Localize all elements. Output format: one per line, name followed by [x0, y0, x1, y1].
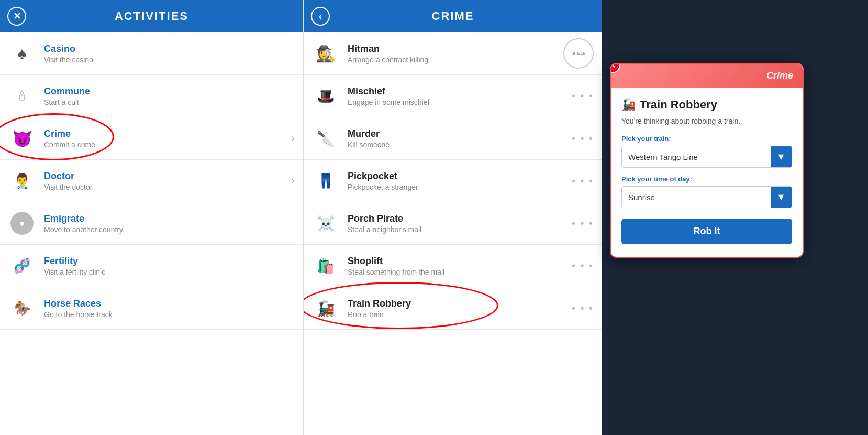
crime-arrow-icon: ›: [291, 132, 295, 145]
modal-body: 🚂 Train Robbery You're thinking about ro…: [611, 88, 803, 257]
crime-list: 🕵 Hitman Arrange a contract killing BITI…: [304, 32, 602, 435]
pickpocket-dots-icon: • • •: [572, 175, 594, 187]
crime-hitman-name: Hitman: [348, 44, 428, 55]
bitizen-badge: BITIZEN: [563, 38, 594, 69]
shopping-bag-icon: 🛍️: [312, 252, 339, 279]
crime-shoplift-name: Shoplift: [348, 256, 444, 267]
crime-mischief-desc: Engage in some mischief: [348, 98, 429, 106]
activity-commune-desc: Start a cult: [44, 98, 90, 106]
crime-porch-pirate-name: Porch Pirate: [348, 213, 421, 224]
spade-icon: ♠: [8, 40, 36, 67]
modal-train-dropdown-arrow[interactable]: ▼: [771, 146, 792, 167]
modal-train-value: Western Tango Line: [622, 147, 771, 167]
activity-casino-desc: Visit the casino: [44, 56, 93, 64]
crime-mischief-name: Mischief: [348, 86, 429, 97]
crime-item-porch-pirate[interactable]: ☠️ Porch Pirate Steal a neighbor's mail …: [304, 202, 602, 245]
emigrate-icon: ●: [8, 210, 36, 237]
train-robbery-modal: ✕ Crime 🚂 Train Robbery You're thinking …: [610, 63, 804, 258]
activities-panel: ✕ ACTIVITIES ♠ Casino Visit the casino 🕯…: [0, 0, 304, 435]
crime-murder-name: Murder: [348, 128, 390, 139]
activity-item-commune[interactable]: 🕯 Commune Start a cult: [0, 75, 303, 117]
modal-train-select[interactable]: Western Tango Line ▼: [621, 146, 792, 168]
candle-icon: 🕯: [8, 82, 36, 110]
activity-horse-races-desc: Go to the horse track: [44, 310, 113, 319]
activity-item-doctor[interactable]: 👨‍⚕️ Doctor Visit the doctor ›: [0, 160, 303, 202]
crime-item-train-robbery[interactable]: 🚂 Train Robbery Rob a train • • •: [304, 287, 602, 330]
activity-doctor-name: Doctor: [44, 171, 92, 182]
rob-it-button[interactable]: Rob it: [621, 219, 792, 244]
doctor-icon: 👨‍⚕️: [8, 167, 36, 194]
activity-fertility-name: Fertility: [44, 256, 105, 267]
mischief-dots-icon: • • •: [572, 90, 594, 102]
devil-icon: 😈: [8, 125, 36, 152]
activities-header: ✕ ACTIVITIES: [0, 0, 303, 32]
train-icon: 🚂: [312, 295, 339, 322]
activity-fertility-desc: Visit a fertility clinic: [44, 268, 105, 276]
crime-header: ‹ CRIME: [304, 0, 602, 32]
modal-title: 🚂 Train Robbery: [621, 98, 792, 112]
modal-header-label: Crime: [766, 70, 793, 81]
doctor-arrow-icon: ›: [291, 174, 295, 188]
crime-item-hitman[interactable]: 🕵 Hitman Arrange a contract killing BITI…: [304, 32, 602, 75]
activity-commune-name: Commune: [44, 86, 90, 97]
modal-time-dropdown-arrow[interactable]: ▼: [771, 187, 792, 208]
skull-icon: ☠️: [312, 210, 339, 237]
mischief-icon: 🎩: [312, 82, 339, 110]
activities-close-button[interactable]: ✕: [7, 7, 26, 26]
horse-icon: 🏇: [8, 295, 36, 322]
modal-time-label: Pick your time of day:: [621, 175, 792, 183]
jeans-icon: 👖: [312, 167, 339, 194]
crime-back-button[interactable]: ‹: [311, 7, 330, 26]
crime-shoplift-desc: Steal something from the mall: [348, 268, 444, 276]
activity-horse-races-name: Horse Races: [44, 298, 113, 309]
murder-dots-icon: • • •: [572, 133, 594, 145]
knife-icon: 🔪: [312, 125, 339, 152]
crime-train-robbery-name: Train Robbery: [348, 298, 411, 309]
modal-time-select[interactable]: Sunrise ▼: [621, 186, 792, 208]
modal-header: Crime: [611, 64, 803, 88]
activity-casino-name: Casino: [44, 44, 93, 55]
modal-time-value: Sunrise: [622, 188, 771, 207]
crime-title: CRIME: [432, 9, 474, 23]
activity-item-horse-races[interactable]: 🏇 Horse Races Go to the horse track: [0, 287, 303, 330]
activity-item-fertility[interactable]: 🧬 Fertility Visit a fertility clinic: [0, 245, 303, 287]
activity-doctor-desc: Visit the doctor: [44, 183, 92, 191]
activity-crime-desc: Commit a crime: [44, 140, 95, 149]
crime-item-pickpocket[interactable]: 👖 Pickpocket Pickpocket a stranger • • •: [304, 160, 602, 202]
modal-train-icon: 🚂: [621, 98, 636, 112]
activity-emigrate-desc: Move to another country: [44, 225, 123, 234]
activity-emigrate-name: Emigrate: [44, 213, 123, 224]
activities-list: ♠ Casino Visit the casino 🕯 Commune Star…: [0, 32, 303, 435]
activities-title: ACTIVITIES: [115, 9, 188, 23]
train-robbery-dots-icon: • • •: [572, 302, 594, 314]
crime-porch-pirate-desc: Steal a neighbor's mail: [348, 225, 421, 234]
modal-description: You're thinking about robbing a train.: [621, 117, 792, 125]
crime-item-shoplift[interactable]: 🛍️ Shoplift Steal something from the mal…: [304, 245, 602, 287]
crime-hitman-desc: Arrange a contract killing: [348, 56, 428, 64]
activity-item-emigrate[interactable]: ● Emigrate Move to another country: [0, 202, 303, 245]
crime-item-mischief[interactable]: 🎩 Mischief Engage in some mischief • • •: [304, 75, 602, 117]
crime-item-murder[interactable]: 🔪 Murder Kill someone • • •: [304, 117, 602, 160]
activity-item-crime[interactable]: 😈 Crime Commit a crime ›: [0, 117, 303, 160]
activity-crime-name: Crime: [44, 128, 95, 139]
activity-item-casino[interactable]: ♠ Casino Visit the casino: [0, 32, 303, 75]
crime-train-robbery-desc: Rob a train: [348, 310, 411, 319]
crime-murder-desc: Kill someone: [348, 140, 390, 149]
modal-train-label: Pick your train:: [621, 135, 792, 143]
shoplift-dots-icon: • • •: [572, 260, 594, 272]
modal-title-text: Train Robbery: [640, 98, 717, 112]
crime-panel: ‹ CRIME 🕵 Hitman Arrange a contract kill…: [304, 0, 602, 435]
crime-pickpocket-desc: Pickpocket a stranger: [348, 183, 418, 191]
dna-icon: 🧬: [8, 252, 36, 279]
porch-pirate-dots-icon: • • •: [572, 218, 594, 230]
detective-icon: 🕵: [312, 40, 339, 67]
crime-pickpocket-name: Pickpocket: [348, 171, 418, 182]
